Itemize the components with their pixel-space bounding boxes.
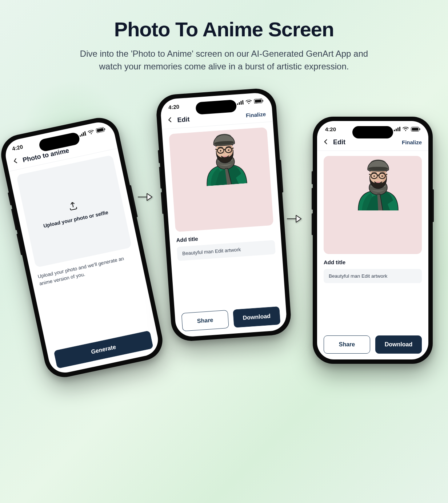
anime-portrait-image [169,127,273,188]
screen-title: Edit [177,115,190,124]
status-time: 4:20 [12,143,24,152]
chevron-left-icon [322,138,329,145]
wifi-icon [87,129,94,134]
download-button[interactable]: Download [375,335,422,354]
phone-mockup-edit: 4:20 Edit Finalize Add title [155,87,292,342]
status-time: 4:20 [168,103,179,110]
wifi-icon [403,127,409,131]
wifi-icon [245,99,252,104]
phone-mockup-upload: 4:20 Photo to anime Upload your photo or… [0,114,166,381]
dynamic-island [352,126,393,138]
battery-icon [254,98,264,104]
artwork-preview[interactable] [324,156,422,254]
arrow-cursor-icon [287,211,302,226]
status-icons [237,98,264,105]
battery-icon [96,126,106,133]
signal-icon [237,100,244,105]
chevron-left-icon [166,116,174,124]
page-subtitle: Dive into the 'Photo to Anime' screen on… [68,48,380,73]
battery-icon [411,127,420,132]
back-button[interactable] [166,116,174,125]
finalize-button[interactable]: Finalize [402,139,422,145]
upload-icon [67,199,80,212]
signal-icon [394,127,400,131]
screen-title: Edit [333,138,345,146]
finalize-button[interactable]: Finalize [245,110,266,118]
download-button[interactable]: Download [233,306,280,328]
phone-mockup-result: 4:20 Edit Finalize Add title [313,117,433,364]
dynamic-island [195,99,237,114]
generate-button[interactable]: Generate [53,330,153,369]
status-icons [394,127,420,132]
arrow-cursor-icon [137,189,153,205]
title-input[interactable]: Beautyful man Edit artwork [324,269,422,283]
title-input[interactable]: Beautyful man Edit artwork [177,240,276,261]
status-time: 4:20 [325,126,336,132]
share-button[interactable]: Share [324,335,370,354]
signal-icon [79,131,86,136]
back-button[interactable] [322,138,329,147]
upload-label: Upload your photo or selfie [43,209,109,229]
page-title: Photo To Anime Screen [0,17,448,41]
share-button[interactable]: Share [181,310,229,331]
add-title-label: Add title [324,259,422,265]
chevron-left-icon [11,156,20,165]
artwork-preview[interactable] [169,127,273,232]
anime-portrait-image [324,156,422,210]
upload-dropzone[interactable]: Upload your photo or selfie [16,155,132,267]
back-button[interactable] [11,156,20,166]
